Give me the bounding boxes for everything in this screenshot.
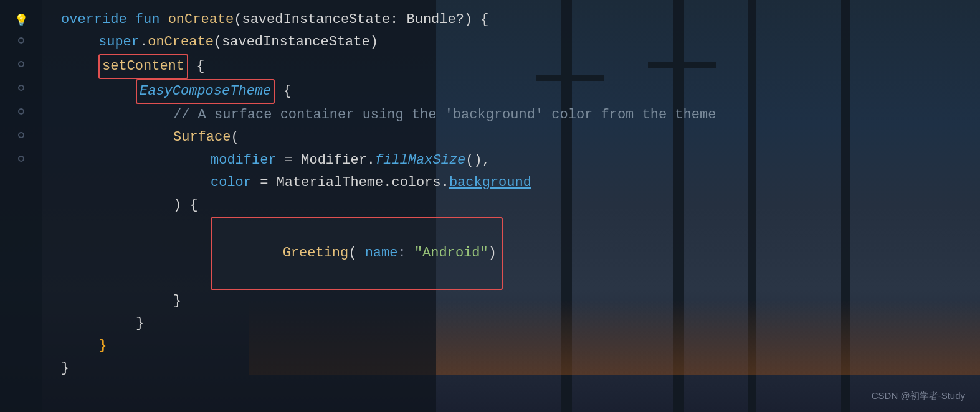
comment-text: // A surface container using the 'backgr… — [173, 104, 716, 126]
super-params: (savedInstanceState) — [214, 31, 378, 54]
code-line-10: Greeting( name: "Android") — [211, 217, 968, 290]
gutter-dot-2 — [18, 61, 24, 67]
code-line-5: // A surface container using the 'backgr… — [173, 104, 968, 126]
equals1: = — [277, 149, 302, 172]
code-line-6: Surface( — [173, 126, 968, 149]
close-brace-2: } — [136, 312, 144, 335]
close-brace-orange: } — [98, 335, 107, 357]
greeting-paren-close: ) — [488, 245, 497, 261]
greeting-func: Greeting — [283, 245, 349, 261]
setcontent-brace: { — [188, 55, 204, 78]
watermark: CSDN @初学者-Study — [872, 390, 965, 402]
kw-override: override — [61, 9, 135, 31]
equals2: = — [252, 172, 277, 194]
func-super-oncreate: onCreate — [148, 31, 214, 54]
code-line-4: EasyComposeTheme { — [136, 79, 968, 104]
close-brace-1: } — [173, 290, 181, 312]
gutter-dot-5 — [18, 132, 24, 138]
gutter-dot-4 — [18, 108, 24, 115]
surface-paren: ( — [231, 126, 239, 149]
code-container: 💡 override fun onCreate(savedInstanceSta… — [0, 0, 980, 412]
func-params: (savedInstanceState: Bundle?) { — [234, 9, 488, 31]
code-area: override fun onCreate(savedInstanceState… — [42, 0, 980, 412]
materialtheme-obj: MaterialTheme.colors. — [277, 172, 449, 194]
easytheme-highlight: EasyComposeTheme — [136, 79, 275, 104]
greeting-value: "Android" — [414, 245, 488, 261]
kw-fun: fun — [135, 9, 168, 31]
code-line-12: } — [136, 312, 968, 335]
greeting-param: name — [365, 245, 398, 261]
func-oncreate: onCreate — [168, 9, 234, 31]
gutter: 💡 — [0, 0, 42, 412]
modifier-param: modifier — [211, 149, 277, 172]
code-line-2: super.onCreate(savedInstanceState) — [98, 31, 968, 54]
gutter-dot-3 — [18, 85, 24, 91]
code-line-11: } — [173, 290, 968, 312]
code-line-7: modifier = Modifier.fillMaxSize(), — [211, 149, 968, 172]
code-line-8: color = MaterialTheme.colors.background — [211, 172, 968, 194]
code-line-3: setContent { — [98, 54, 968, 79]
dot1: . — [140, 31, 148, 54]
easytheme-brace: { — [275, 80, 291, 103]
close-paren-brace: ) { — [173, 194, 198, 217]
fillmaxsize-parens: (), — [465, 149, 490, 172]
gutter-dot-1 — [18, 37, 24, 44]
code-line-14: } — [61, 357, 968, 380]
code-line-1: override fun onCreate(savedInstanceState… — [61, 9, 968, 31]
modifier-obj: Modifier. — [301, 149, 375, 172]
greeting-paren-open: ( — [348, 245, 364, 261]
lightbulb-icon: 💡 — [12, 11, 30, 29]
close-brace-outer: } — [61, 357, 69, 380]
surface-kw: Surface — [173, 126, 231, 149]
code-line-13: } — [98, 335, 968, 357]
easytheme-kw: EasyComposeTheme — [140, 83, 271, 99]
color-param: color — [211, 172, 252, 194]
greeting-colon: : — [397, 245, 414, 261]
gutter-dot-6 — [18, 156, 24, 162]
kw-super: super — [98, 31, 140, 54]
setcontent-kw: setContent — [102, 59, 184, 74]
greeting-highlight: Greeting( name: "Android") — [211, 217, 503, 290]
background-prop: background — [449, 172, 531, 194]
code-line-9: ) { — [173, 194, 968, 217]
setcontent-highlight: setContent — [98, 54, 188, 79]
fillmaxsize-method: fillMaxSize — [375, 149, 465, 172]
